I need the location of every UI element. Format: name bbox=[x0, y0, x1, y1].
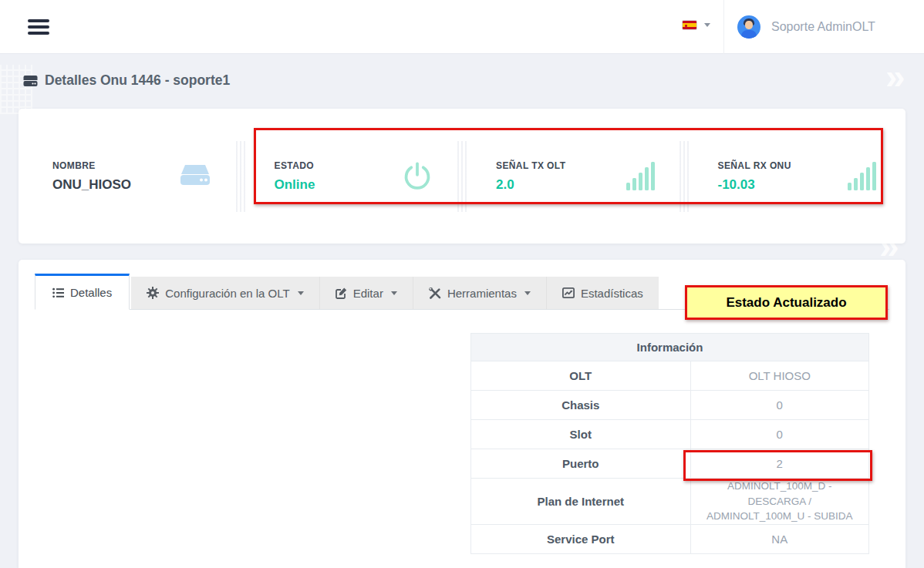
puerto-highlight-box bbox=[683, 450, 872, 481]
user-menu[interactable]: Soporte AdminOLT bbox=[737, 0, 875, 54]
estado-actualizado-callout: Estado Actualizado bbox=[685, 285, 888, 320]
row-value: OLT HIOSO bbox=[690, 361, 868, 391]
tab-herramientas[interactable]: Herramientas bbox=[413, 277, 547, 309]
chevron-down-icon bbox=[298, 291, 304, 295]
row-value: 0 bbox=[690, 391, 868, 420]
table-row-service-port: Service Port NA bbox=[471, 524, 869, 553]
table-row-plan-internet: Plan de Internet ADMINOLT_100M_D - DESCA… bbox=[471, 479, 869, 525]
page-title: Detalles Onu 1446 - soporte1 bbox=[45, 72, 230, 89]
stat-value: ONU_HIOSO bbox=[52, 177, 131, 193]
hdd-icon bbox=[23, 75, 38, 87]
row-value: 0 bbox=[690, 420, 868, 449]
row-value: ADMINOLT_100M_D - DESCARGA / ADMINOLT_10… bbox=[690, 479, 868, 525]
app-root: » » Soporte AdminOLT Detalles Onu 1446 -… bbox=[0, 0, 924, 568]
table-header: Información bbox=[471, 334, 869, 361]
row-label: Chasis bbox=[471, 391, 691, 420]
edit-icon bbox=[336, 287, 347, 299]
chevron-down-icon bbox=[391, 291, 397, 295]
language-dropdown[interactable] bbox=[682, 20, 710, 30]
gear-icon bbox=[147, 287, 159, 299]
row-label: Service Port bbox=[471, 524, 691, 553]
list-icon bbox=[52, 287, 64, 298]
spain-flag-icon bbox=[682, 20, 697, 30]
breadcrumb: Detalles Onu 1446 - soporte1 bbox=[23, 72, 230, 89]
tab-group: Configuración en la OLT Editar bbox=[131, 277, 659, 309]
informacion-table: Información OLT OLT HIOSO Chasis 0 Slot … bbox=[470, 333, 869, 554]
status-highlight-box bbox=[254, 128, 883, 204]
chevron-down-icon bbox=[524, 291, 531, 295]
tab-label: Estadísticas bbox=[581, 287, 643, 300]
navbar-divider bbox=[723, 0, 724, 54]
table-row-chasis: Chasis 0 bbox=[471, 391, 869, 420]
row-label: Plan de Internet bbox=[471, 479, 691, 525]
row-label: Puerto bbox=[471, 449, 691, 479]
tab-estadisticas[interactable]: Estadísticas bbox=[547, 277, 659, 309]
row-value: NA bbox=[690, 524, 868, 553]
tab-label: Herramientas bbox=[447, 287, 517, 300]
server-icon bbox=[179, 163, 211, 190]
tab-editar[interactable]: Editar bbox=[320, 277, 413, 309]
background-chevron: » bbox=[885, 55, 905, 97]
user-name: Soporte AdminOLT bbox=[771, 20, 875, 34]
person-avatar-icon bbox=[737, 15, 760, 39]
table-row-slot: Slot 0 bbox=[471, 420, 869, 449]
top-navbar: Soporte AdminOLT bbox=[0, 0, 924, 54]
stat-label: NOMBRE bbox=[52, 160, 131, 171]
table-row-olt: OLT OLT HIOSO bbox=[471, 361, 869, 391]
hamburger-menu-icon[interactable] bbox=[28, 19, 49, 35]
tab-configuracion-olt[interactable]: Configuración en la OLT bbox=[131, 277, 319, 309]
table-header-row: Información bbox=[471, 334, 869, 361]
stat-nombre: NOMBRE ONU_HIOSO bbox=[19, 109, 241, 244]
tools-icon bbox=[429, 287, 441, 299]
chart-icon bbox=[562, 287, 575, 298]
row-label: Slot bbox=[471, 420, 691, 449]
chevron-down-icon bbox=[704, 23, 710, 27]
tab-label: Editar bbox=[353, 287, 383, 300]
tab-label: Configuración en la OLT bbox=[165, 287, 289, 300]
row-label: OLT bbox=[471, 361, 691, 391]
callout-text: Estado Actualizado bbox=[726, 295, 846, 311]
tab-label: Detalles bbox=[70, 286, 112, 299]
tab-detalles[interactable]: Detalles bbox=[35, 274, 130, 310]
